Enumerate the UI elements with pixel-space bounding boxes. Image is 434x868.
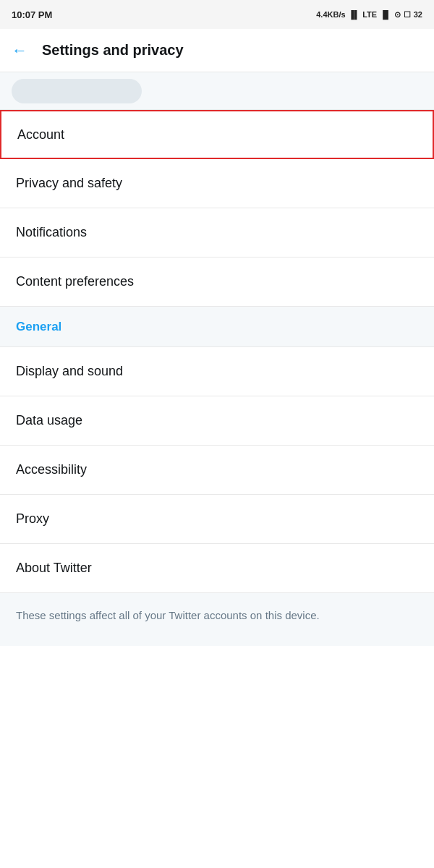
footer-note-text: These settings affect all of your Twitte… (16, 609, 320, 621)
accessibility-label: Accessibility (16, 462, 87, 477)
menu-item-data-usage[interactable]: Data usage (0, 396, 434, 446)
data-usage-label: Data usage (16, 413, 82, 428)
account-label: Account (17, 127, 64, 142)
menu-item-account[interactable]: Account (0, 110, 434, 159)
about-twitter-label: About Twitter (16, 561, 92, 576)
menu-item-about-twitter[interactable]: About Twitter (0, 544, 434, 593)
page-title: Settings and privacy (42, 42, 184, 59)
display-sound-label: Display and sound (16, 364, 123, 379)
search-bar-area (0, 72, 434, 110)
menu-item-accessibility[interactable]: Accessibility (0, 446, 434, 495)
network-speed: 4.4KB/s (316, 10, 345, 19)
general-section-header: General (0, 307, 434, 347)
status-right: 4.4KB/s ▐▌ LTE ▐▌ ⊙ ☐ 32 (316, 10, 422, 20)
menu-item-privacy[interactable]: Privacy and safety (0, 159, 434, 208)
lte-icon: LTE (362, 10, 377, 19)
menu-item-display-sound[interactable]: Display and sound (0, 347, 434, 396)
header: ← Settings and privacy (0, 29, 434, 72)
wifi-icon: ⊙ (394, 10, 401, 20)
signal-icon-2: ▐▌ (380, 10, 391, 19)
menu-item-content-preferences[interactable]: Content preferences (0, 258, 434, 307)
status-time: 10:07 PM (12, 9, 52, 20)
battery-icon: ☐ (404, 10, 411, 20)
search-input[interactable] (12, 79, 142, 103)
privacy-label: Privacy and safety (16, 176, 122, 191)
footer-note: These settings affect all of your Twitte… (0, 593, 434, 646)
menu-item-notifications[interactable]: Notifications (0, 208, 434, 258)
status-bar: 10:07 PM 4.4KB/s ▐▌ LTE ▐▌ ⊙ ☐ 32 (0, 0, 434, 29)
signal-icon: ▐▌ (349, 10, 360, 19)
general-label: General (16, 320, 61, 334)
notifications-label: Notifications (16, 225, 87, 240)
proxy-label: Proxy (16, 511, 49, 527)
back-button[interactable]: ← (12, 41, 27, 60)
content-preferences-label: Content preferences (16, 274, 134, 289)
menu-item-proxy[interactable]: Proxy (0, 495, 434, 544)
battery-level: 32 (414, 10, 422, 19)
